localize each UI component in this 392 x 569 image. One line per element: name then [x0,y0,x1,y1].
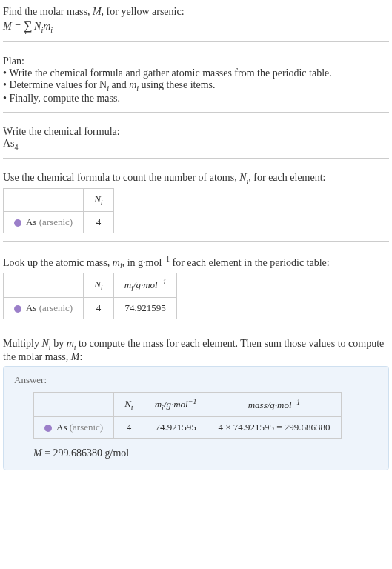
lookup-m: m [113,256,120,267]
m-value: 74.921595 [113,298,177,319]
n-header: Ni [84,273,113,298]
chem-subscript: 4 [15,142,19,150]
table-row: As (arsenic) 4 74.921595 [4,298,177,319]
count-table: Ni As (arsenic) 4 [3,188,114,233]
n-value: 4 [114,416,144,438]
lookup-exp: −1 [162,255,170,263]
m-header: mi/g·mol−1 [113,273,177,298]
element-symbol: As [26,216,36,227]
blank-header [34,392,114,416]
formula-N: N [34,21,41,32]
lookup-section: Look up the atomic mass, mi, in g·mol−1 … [3,252,389,327]
n-header: Ni [114,392,144,416]
table-row: As (arsenic) 4 [4,211,114,233]
molar-mass-result: M = 299.686380 g/mol [33,447,378,459]
mult-pre: Multiply [3,338,42,349]
mult-N: N [42,338,49,349]
result-value: = 299.686380 g/mol [42,447,130,459]
plan-item-2c: using these items. [139,79,215,90]
table-row: As (arsenic) 4 74.921595 4 × 74.921595 =… [34,416,342,438]
table-header-row: Ni mi/g·mol−1 [4,273,177,298]
chemformula-title: Write the chemical formula: [3,126,389,138]
mult-M: M [71,351,80,362]
molar-mass-formula: M = ∑iNimi [3,19,389,34]
result-M: M [33,447,42,459]
formula-M: M [3,21,12,32]
element-dot-icon [44,425,52,432]
intro-text-2: , for yellow arsenic: [102,6,185,17]
plan-item-2b: and [109,79,129,90]
mult-m: m [67,338,74,349]
lookup-title: Look up the atomic mass, mi, in g·mol−1 … [3,255,389,270]
plan-item-2: • Determine values for Ni and mi using t… [3,79,389,93]
formula-mi: i [50,26,53,34]
answer-box: Answer: Ni mi/g·mol−1 mass/g·mol−1 As (a… [3,366,389,470]
sum-index: i [25,28,27,36]
element-cell: As (arsenic) [4,298,84,319]
count-title-pre: Use the chemical formula to count the nu… [3,172,239,183]
mult-post2: : [79,351,82,362]
plan-item-1: • Write the chemical formula and gather … [3,67,389,79]
plan-m: m [129,79,136,90]
plan-title: Plan: [3,56,389,67]
chem-symbol: As [3,138,15,149]
table-header-row: Ni mi/g·mol−1 mass/g·mol−1 [34,392,342,416]
answer-table: Ni mi/g·mol−1 mass/g·mol−1 As (arsenic) … [33,392,342,439]
count-title-post: , for each element: [248,172,325,183]
n-value: 4 [84,211,113,233]
table-header-row: Ni [4,189,114,212]
count-section: Use the chemical formula to count the nu… [3,169,389,241]
lookup-table: Ni mi/g·mol−1 As (arsenic) 4 74.921595 [3,273,177,319]
element-symbol: As [26,302,36,313]
intro-line: Find the molar mass, M, for yellow arsen… [3,6,389,18]
mult-mid: by [51,338,67,349]
intro-M: M [93,6,102,17]
element-cell: As (arsenic) [34,416,114,438]
blank-header [4,189,84,212]
chemformula-value: As4 [3,138,389,151]
intro-section: Find the molar mass, M, for yellow arsen… [3,3,389,42]
chemformula-section: Write the chemical formula: As4 [3,123,389,159]
plan-section: Plan: • Write the chemical formula and g… [3,53,389,113]
count-title: Use the chemical formula to count the nu… [3,172,389,185]
m-header: mi/g·mol−1 [144,392,207,416]
multiply-title: Multiply Ni by mi to compute the mass fo… [3,338,389,363]
lookup-pre: Look up the atomic mass, [3,256,113,267]
answer-label: Answer: [14,374,378,386]
element-symbol: As [56,422,67,433]
formula-eq: = [12,21,24,32]
count-title-N: N [239,172,246,183]
formula-m: m [43,21,50,32]
element-cell: As (arsenic) [4,211,84,233]
plan-item-2a: • Determine values for N [3,79,107,90]
element-dot-icon [14,219,21,227]
element-dot-icon [14,305,21,313]
mass-header: mass/g·mol−1 [207,392,341,416]
mass-value: 4 × 74.921595 = 299.686380 [207,416,341,438]
n-header: Ni [84,189,113,212]
element-name: (arsenic) [39,302,73,313]
lookup-post: for each element in the periodic table: [170,256,330,267]
element-name: (arsenic) [70,422,103,433]
blank-header [4,273,84,298]
intro-text-1: Find the molar mass, [3,6,93,17]
plan-item-3: • Finally, compute the mass. [3,93,389,104]
element-name: (arsenic) [39,216,73,227]
n-value: 4 [84,298,113,319]
m-value: 74.921595 [144,416,207,438]
multiply-section: Multiply Ni by mi to compute the mass fo… [3,338,389,470]
lookup-mid: , in g·mol [122,256,162,267]
